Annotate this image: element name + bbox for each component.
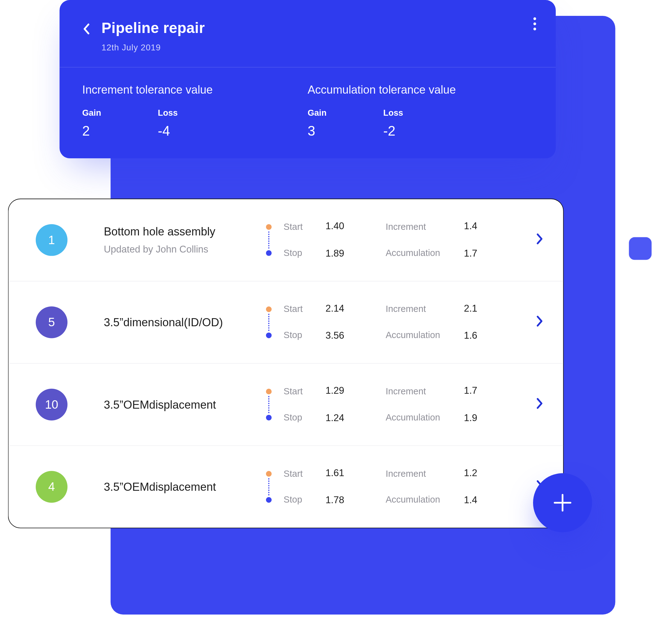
stop-dot-icon	[266, 333, 272, 338]
start-stop-values: 2.143.56	[326, 303, 365, 342]
item-main: 3.5”OEMdisplacement	[104, 398, 260, 411]
page-title: Pipeline repair	[102, 19, 205, 37]
accumulation-value: 1.7	[464, 248, 492, 259]
svg-point-1	[533, 23, 536, 25]
list-item[interactable]: 43.5”OEMdisplacementStartStop1.611.78Inc…	[8, 445, 563, 528]
start-stop-values: 1.401.89	[326, 221, 365, 260]
item-badge: 10	[36, 389, 68, 420]
timeline-line	[268, 396, 269, 413]
item-badge: 4	[36, 471, 68, 503]
accumulation-label: Accumulation	[386, 248, 440, 258]
stop-dot-icon	[266, 497, 272, 503]
accumulation-tolerance-block: Accumulation tolerance value Gain 3 Loss…	[308, 83, 533, 139]
start-stop-values: 1.611.78	[326, 468, 365, 506]
stop-dot-icon	[266, 415, 272, 420]
start-stop-values: 1.291.24	[326, 385, 365, 424]
item-title: Bottom hole assembly	[104, 225, 260, 238]
accumulation-value: 1.6	[464, 330, 492, 342]
item-subtitle: Updated by John Collins	[104, 244, 260, 255]
timeline-indicator	[260, 389, 278, 420]
timeline-line	[268, 231, 269, 248]
background-side-tab	[629, 237, 651, 260]
item-title: 3.5”dimensional(ID/OD)	[104, 316, 260, 329]
timeline-line	[268, 314, 269, 331]
stop-label: Stop	[284, 248, 318, 258]
start-dot-icon	[266, 306, 272, 312]
more-vertical-icon	[533, 17, 536, 31]
increment-label: Increment	[386, 304, 426, 314]
accumulation-value: 1.4	[464, 495, 492, 506]
start-stop-labels: StartStop	[284, 469, 318, 505]
item-badge: 1	[36, 224, 68, 256]
start-label: Start	[284, 469, 318, 479]
increment-value: 1.4	[464, 221, 492, 232]
accumulation-label: Accumulation	[386, 495, 440, 505]
stop-value: 1.78	[326, 495, 365, 506]
svg-point-2	[533, 28, 536, 31]
increment-value: 2.1	[464, 303, 492, 314]
start-stop-labels: StartStop	[284, 304, 318, 341]
increment-accumulation-values: 1.21.4	[464, 468, 492, 506]
start-label: Start	[284, 222, 318, 232]
chevron-right-icon	[536, 397, 544, 410]
increment-accumulation-values: 1.41.7	[464, 221, 492, 260]
item-badge: 5	[36, 306, 68, 338]
list-item[interactable]: 103.5”OEMdisplacementStartStop1.291.24In…	[8, 363, 563, 446]
timeline-indicator	[260, 224, 278, 256]
row-open-button[interactable]	[536, 397, 544, 412]
increment-value: 1.2	[464, 468, 492, 479]
increment-accumulation-values: 2.11.6	[464, 303, 492, 342]
item-main: Bottom hole assemblyUpdated by John Coll…	[104, 225, 260, 255]
start-value: 1.61	[326, 468, 365, 479]
accumulation-tolerance-title: Accumulation tolerance value	[308, 83, 533, 96]
timeline-indicator	[260, 471, 278, 503]
accumulation-gain-value: 3	[308, 123, 327, 139]
page-date: 12th July 2019	[102, 43, 205, 52]
start-dot-icon	[266, 471, 272, 477]
start-label: Start	[284, 386, 318, 396]
list-item[interactable]: 53.5”dimensional(ID/OD)StartStop2.143.56…	[8, 281, 563, 363]
item-title: 3.5”OEMdisplacement	[104, 398, 260, 411]
increment-accumulation-labels: IncrementAccumulation	[386, 222, 459, 258]
list-item[interactable]: 1Bottom hole assemblyUpdated by John Col…	[8, 199, 563, 281]
accumulation-label: Accumulation	[386, 412, 440, 423]
increment-label: Increment	[386, 222, 426, 232]
start-value: 1.29	[326, 385, 365, 396]
stop-label: Stop	[284, 330, 318, 341]
start-stop-labels: StartStop	[284, 222, 318, 258]
more-button[interactable]	[533, 17, 536, 33]
accumulation-loss-value: -2	[383, 123, 403, 139]
chevron-left-icon	[82, 23, 91, 35]
stop-value: 1.89	[326, 248, 365, 259]
timeline-indicator	[260, 306, 278, 338]
increment-value: 1.7	[464, 385, 492, 396]
chevron-right-icon	[536, 315, 544, 327]
increment-label: Increment	[386, 386, 426, 396]
item-title: 3.5”OEMdisplacement	[104, 480, 260, 493]
increment-gain-value: 2	[82, 123, 101, 139]
stop-label: Stop	[284, 495, 318, 505]
chevron-right-icon	[536, 233, 544, 245]
accumulation-value: 1.9	[464, 412, 492, 423]
accumulation-label: Accumulation	[386, 330, 440, 341]
increment-accumulation-values: 1.71.9	[464, 385, 492, 424]
increment-label: Increment	[386, 469, 426, 479]
stop-label: Stop	[284, 412, 318, 423]
increment-loss-label: Loss	[158, 108, 178, 117]
stop-value: 1.24	[326, 412, 365, 423]
increment-accumulation-labels: IncrementAccumulation	[386, 304, 459, 341]
items-list-card: 1Bottom hole assemblyUpdated by John Col…	[8, 199, 564, 528]
row-open-button[interactable]	[536, 315, 544, 330]
stop-dot-icon	[266, 250, 272, 256]
add-fab-button[interactable]	[533, 473, 592, 532]
increment-accumulation-labels: IncrementAccumulation	[386, 386, 459, 423]
back-button[interactable]	[82, 23, 91, 37]
timeline-line	[268, 478, 269, 495]
increment-tolerance-title: Increment tolerance value	[82, 83, 308, 96]
increment-gain-label: Gain	[82, 108, 101, 117]
start-value: 2.14	[326, 303, 365, 314]
row-open-button[interactable]	[536, 233, 544, 247]
start-dot-icon	[266, 389, 272, 394]
accumulation-gain-label: Gain	[308, 108, 327, 117]
increment-accumulation-labels: IncrementAccumulation	[386, 469, 459, 505]
